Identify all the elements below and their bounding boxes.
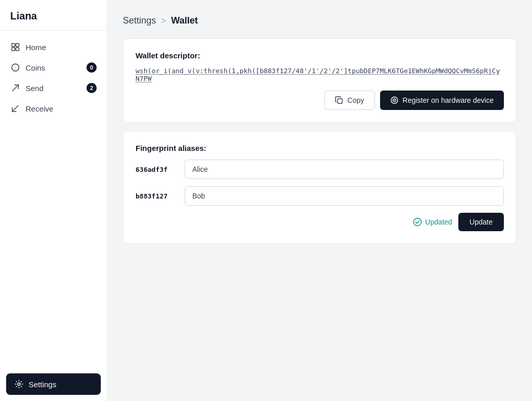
- fingerprint-aliases-title: Fingerprint aliases:: [136, 144, 504, 152]
- register-hardware-button[interactable]: Register on hardware device: [380, 91, 504, 110]
- svg-point-11: [394, 100, 395, 101]
- svg-point-12: [413, 218, 421, 226]
- coins-icon: [10, 62, 20, 73]
- wallet-descriptor-value: wsh(or_i(and_v(v:thresh(1,pkh([b883f127/…: [136, 67, 504, 82]
- sidebar-item-receive[interactable]: Receive: [0, 98, 107, 119]
- svg-rect-8: [338, 99, 342, 103]
- hardware-icon: [390, 96, 398, 104]
- sidebar-item-coins-label: Coins: [26, 63, 45, 72]
- settings-button[interactable]: Settings: [6, 373, 101, 395]
- sidebar-nav: Home Coins 0 Send 2: [0, 31, 107, 367]
- svg-line-5: [12, 85, 18, 91]
- check-circle-icon: [413, 217, 422, 227]
- send-icon: [10, 83, 20, 93]
- copy-button-label: Copy: [347, 96, 364, 104]
- svg-rect-1: [16, 43, 19, 47]
- settings-button-label: Settings: [29, 380, 56, 389]
- main-content: Settings > Wallet Wallet descriptor: wsh…: [107, 0, 532, 401]
- sidebar: Liana Home Coins 0: [0, 0, 107, 401]
- update-button-label: Update: [470, 218, 493, 226]
- update-button[interactable]: Update: [458, 213, 504, 231]
- alias-input-2[interactable]: [185, 186, 504, 206]
- breadcrumb-current: Wallet: [171, 15, 197, 26]
- sidebar-item-home-label: Home: [26, 43, 46, 52]
- alias-key-2: b883f127: [136, 192, 176, 200]
- alias-row-2: b883f127: [136, 186, 504, 206]
- breadcrumb: Settings > Wallet: [123, 15, 517, 26]
- sidebar-item-send-label: Send: [26, 84, 43, 93]
- fingerprint-aliases-card: Fingerprint aliases: 636adf3f b883f127 U…: [123, 131, 517, 244]
- alias-input-1[interactable]: [185, 160, 504, 179]
- send-badge: 2: [86, 83, 97, 93]
- app-logo: Liana: [0, 0, 107, 31]
- wallet-descriptor-actions: Copy Register on hardware device: [136, 91, 504, 110]
- coins-badge: 0: [86, 62, 97, 73]
- sidebar-item-send[interactable]: Send 2: [0, 78, 107, 98]
- svg-line-6: [12, 105, 18, 112]
- svg-rect-2: [12, 48, 15, 51]
- receive-icon: [10, 103, 20, 114]
- copy-icon: [335, 96, 343, 104]
- sidebar-item-home[interactable]: Home: [0, 37, 107, 57]
- updated-status: Updated: [413, 217, 452, 227]
- copy-button[interactable]: Copy: [324, 91, 375, 110]
- breadcrumb-separator: >: [161, 16, 166, 26]
- home-icon: [10, 42, 20, 52]
- breadcrumb-parent[interactable]: Settings: [123, 15, 156, 26]
- alias-key-1: 636adf3f: [136, 166, 176, 173]
- wallet-descriptor-title: Wallet descriptor:: [136, 51, 504, 60]
- sidebar-item-receive-label: Receive: [26, 104, 53, 113]
- fingerprint-aliases-footer: Updated Update: [136, 213, 504, 231]
- alias-row-1: 636adf3f: [136, 160, 504, 179]
- svg-point-7: [18, 383, 20, 386]
- wallet-descriptor-card: Wallet descriptor: wsh(or_i(and_v(v:thre…: [123, 38, 517, 123]
- svg-rect-3: [16, 48, 19, 51]
- svg-rect-0: [12, 43, 15, 47]
- sidebar-bottom: Settings: [0, 367, 107, 401]
- register-hardware-button-label: Register on hardware device: [403, 96, 494, 104]
- sidebar-item-coins[interactable]: Coins 0: [0, 57, 107, 78]
- updated-label: Updated: [425, 218, 452, 226]
